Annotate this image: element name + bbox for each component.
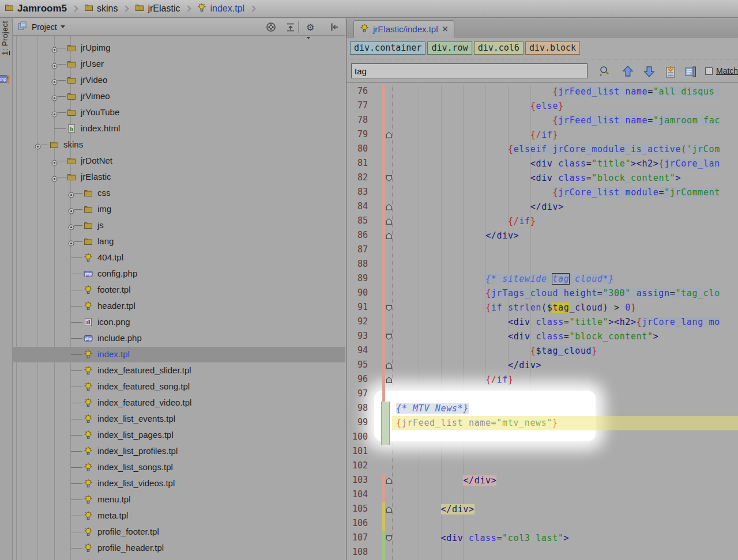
breadcrumb-tag-div.container[interactable]: div.container [350, 41, 426, 55]
tree-expand-knob[interactable] [35, 142, 41, 148]
tree-item-profile_index.tpl[interactable]: profile_index.tpl [13, 557, 345, 560]
tree-expand-knob[interactable] [68, 190, 74, 196]
next-match-icon[interactable] [643, 65, 656, 78]
tree-item-index_featured_video.tpl[interactable]: index_featured_video.tpl [13, 395, 345, 411]
tree-item-config.php[interactable]: phpconfig.php [13, 266, 345, 282]
vcs-change-marker [382, 229, 385, 243]
tree-item-index.tpl[interactable]: index.tpl [13, 347, 345, 362]
tree-item-jrUser[interactable]: jrUser [13, 56, 345, 72]
tree-item-jrUpimg[interactable]: jrUpimg [13, 40, 345, 56]
fold-marker[interactable] [386, 305, 392, 311]
editor-tab-index-tpl[interactable]: jrElastic/index.tpl ✕ [353, 20, 454, 37]
tree-item-jrYouTube[interactable]: jrYouTube [13, 105, 345, 120]
vcs-change-marker [382, 171, 385, 186]
search-input[interactable] [351, 63, 588, 78]
tree-item-jrVimeo[interactable]: jrVimeo [13, 89, 345, 104]
tree-item-skins[interactable]: skins [13, 137, 345, 153]
project-tool-window-tab[interactable]: 1: Project [1, 21, 9, 55]
tree-item-404.tpl[interactable]: 404.tpl [13, 250, 345, 266]
line-number: 97 [347, 388, 368, 399]
tree-item-jrElastic[interactable]: jrElastic [13, 169, 345, 185]
vcs-change-marker [382, 258, 385, 272]
breadcrumb-item-skins[interactable]: skins [84, 3, 118, 14]
tree-item-index_list_profiles.tpl[interactable]: index_list_profiles.tpl [13, 444, 345, 459]
fold-marker[interactable] [386, 218, 392, 225]
breadcrumb-tag-div.row[interactable]: div.row [427, 41, 472, 55]
fold-marker[interactable] [386, 535, 392, 542]
tree-expand-knob[interactable] [51, 61, 58, 67]
tree-expand-knob[interactable] [51, 77, 58, 84]
vcs-change-marker [382, 358, 385, 373]
project-panel: Project ⚙ jrUpimgjrUserjrVideojrVimeojrY… [13, 18, 345, 560]
fold-marker[interactable] [386, 132, 392, 138]
folder-icon [84, 205, 93, 214]
tree-item-profile_header.tpl[interactable]: profile_header.tpl [13, 540, 345, 556]
tree-item-index_list_songs.tpl[interactable]: index_list_songs.tpl [13, 460, 345, 475]
line-number: 107 [347, 532, 368, 543]
fold-marker[interactable] [386, 478, 392, 484]
breadcrumb-label: skins [97, 3, 118, 14]
tree-item-index_list_events.tpl[interactable]: index_list_events.tpl [13, 411, 345, 427]
tree-item-meta.tpl[interactable]: meta.tpl [13, 508, 345, 524]
tree-item-index_featured_song.tpl[interactable]: index_featured_song.tpl [13, 379, 345, 395]
panel-title[interactable]: Project [32, 22, 57, 32]
tree-item-img[interactable]: img [13, 202, 345, 217]
tpl-icon [84, 430, 93, 440]
fold-marker[interactable] [386, 506, 392, 513]
collapse-all-button[interactable] [285, 22, 296, 32]
fold-marker[interactable] [386, 334, 392, 340]
tree-expand-knob[interactable] [68, 222, 74, 229]
tree-item-index_list_videos.tpl[interactable]: index_list_videos.tpl [13, 476, 345, 491]
match-case-option[interactable]: Match case [705, 66, 738, 75]
tree-item-index.html[interactable]: hindex.html [13, 121, 345, 137]
chevron-right-icon [249, 5, 255, 12]
tree-expand-knob[interactable] [68, 206, 74, 213]
tree-item-js[interactable]: js [13, 218, 345, 233]
tree-item-menu.tpl[interactable]: menu.tpl [13, 492, 345, 508]
line-number: 84 [347, 201, 368, 211]
previous-match-icon[interactable] [622, 65, 634, 78]
open-in-find-window-icon[interactable] [684, 65, 697, 78]
breadcrumb-tag-div.block[interactable]: div.block [525, 41, 580, 55]
tree-expand-knob[interactable] [51, 93, 58, 100]
tree-expand-knob[interactable] [51, 45, 58, 51]
breadcrumb-item-Jamroom5[interactable]: Jamroom5 [5, 3, 67, 14]
tree-item-include.php[interactable]: phpinclude.php [13, 331, 345, 346]
settings-gear-icon[interactable]: ⚙ [306, 22, 317, 32]
tree-item-index_featured_slider.tpl[interactable]: index_featured_slider.tpl [13, 363, 345, 379]
fold-marker[interactable] [386, 204, 392, 210]
tree-expand-knob[interactable] [51, 109, 58, 116]
locate-file-button[interactable] [266, 22, 276, 32]
tree-item-jrVideo[interactable]: jrVideo [13, 73, 345, 88]
php-tool-window-icon[interactable]: php [0, 74, 12, 85]
chevron-down-icon[interactable] [61, 25, 65, 28]
tree-item-footer.tpl[interactable]: footer.tpl [13, 282, 345, 298]
ide-window: Jamroom5skinsjrElasticindex.tpl 1: Proje… [0, 0, 738, 560]
breadcrumb-item-jrElastic[interactable]: jrElastic [135, 3, 180, 14]
match-case-checkbox[interactable] [705, 67, 713, 75]
fold-marker[interactable] [386, 175, 392, 181]
tree-expand-knob[interactable] [51, 174, 58, 180]
fold-marker[interactable] [386, 362, 392, 369]
tree-item-profile_footer.tpl[interactable]: profile_footer.tpl [13, 524, 345, 540]
tree-item-lang[interactable]: lang [13, 234, 345, 249]
export-matches-icon[interactable] [664, 65, 677, 78]
code-editor[interactable]: 76{jrFeed_list name="all disqus 77{else}… [347, 85, 738, 560]
search-options-icon[interactable] [598, 65, 611, 78]
tree-item-label: img [97, 204, 111, 214]
tree-expand-knob[interactable] [68, 239, 74, 245]
tree-item-css[interactable]: css [13, 186, 345, 201]
tree-expand-knob[interactable] [51, 158, 58, 164]
tree-item-icon.png[interactable]: icon.png [13, 315, 345, 330]
tree-item-index_list_pages.tpl[interactable]: index_list_pages.tpl [13, 427, 345, 443]
project-tree[interactable]: jrUpimgjrUserjrVideojrVimeojrYouTubehind… [13, 36, 345, 560]
tree-item-header.tpl[interactable]: header.tpl [13, 298, 345, 314]
tree-item-label: jrVideo [81, 75, 107, 85]
hide-panel-button[interactable] [329, 22, 340, 32]
fold-marker[interactable] [386, 233, 392, 239]
tree-item-jrDotNet[interactable]: jrDotNet [13, 153, 345, 169]
breadcrumb-item-index.tpl[interactable]: index.tpl [197, 3, 244, 14]
fold-marker[interactable] [386, 377, 392, 383]
close-icon[interactable]: ✕ [442, 25, 449, 33]
breadcrumb-tag-div.col6[interactable]: div.col6 [474, 41, 524, 55]
